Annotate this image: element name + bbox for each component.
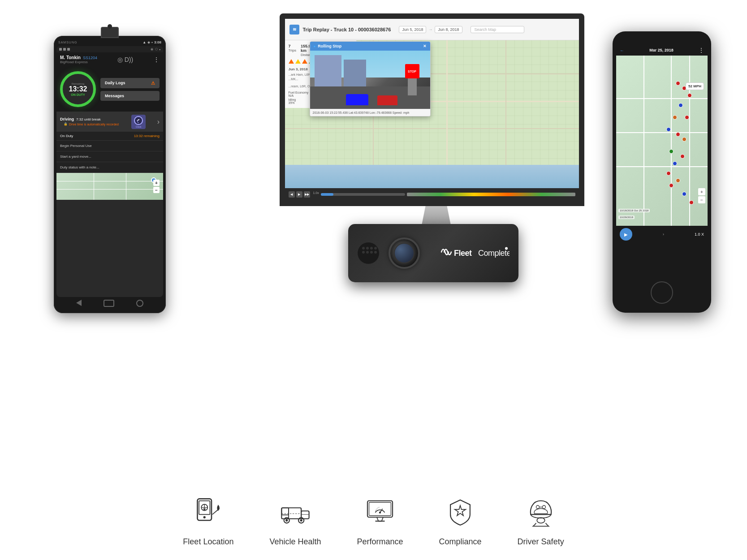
home-button[interactable]: [651, 281, 673, 304]
phone-clamp: [101, 27, 119, 38]
zoom-out-button[interactable]: −: [153, 187, 160, 193]
signal-icon: ◈: [147, 40, 150, 44]
speaker-grille: [358, 242, 379, 258]
playback-speed: 1.0 X: [695, 232, 704, 237]
map-road: [126, 173, 126, 200]
map-pin: [685, 115, 689, 120]
svg-rect-8: [281, 508, 301, 519]
clock-label: Clock: [136, 125, 142, 128]
menu-item[interactable]: Start a yard move...: [56, 151, 163, 162]
desktop-screen: ≋ Trip Replay - Truck 10 - 000036028676 …: [280, 13, 584, 206]
play-button[interactable]: ▶: [296, 191, 302, 198]
map-pin: [666, 171, 671, 176]
performance-item: Performance: [357, 495, 403, 547]
sign-post: [408, 78, 417, 95]
main-container: ≋ Trip Replay - Truck 10 - 000036028676 …: [0, 0, 747, 560]
map-road: [671, 56, 672, 226]
date-range: Jun 5, 2018 → Jun 8, 2018: [399, 26, 462, 33]
auto-record-text: Drive time is automatically recorded: [69, 123, 119, 126]
stop-sign: STOP: [405, 64, 419, 78]
date-to[interactable]: Jun 8, 2018: [435, 26, 462, 33]
camera-body: Fleet Complete: [348, 224, 518, 282]
date-label: 10/28/2018: [618, 215, 635, 219]
map-pin: [676, 178, 680, 183]
back-nav-button[interactable]: [76, 300, 82, 306]
notification-bar: ◉ ⬡ ▪: [56, 46, 163, 52]
fleet-location-icon: [190, 495, 226, 530]
camera-brand: Fleet Complete: [438, 243, 510, 263]
back-button[interactable]: ←: [620, 48, 624, 53]
menu-item[interactable]: Begin Personal Use: [56, 141, 163, 151]
vehicle-health-label: Vehicle Health: [269, 537, 321, 547]
play-button[interactable]: ▶: [620, 228, 632, 241]
timeline-progress[interactable]: [321, 193, 405, 196]
map-pin: [678, 103, 683, 108]
camera-lens: [389, 237, 420, 269]
compliance-icon: [442, 495, 478, 530]
messages-button[interactable]: Messages: [100, 91, 160, 101]
timeline-track[interactable]: [407, 193, 575, 196]
driver-safety-item: Driver Safety: [518, 495, 564, 547]
alert-icon: [302, 59, 307, 64]
dashcam-popup: ● Rolling Stop ✕ STOP: [310, 41, 431, 116]
more-options-button[interactable]: ⋮: [699, 47, 704, 53]
driver-info: M. Tonkin SS1204 BigRoad Express: [60, 55, 97, 64]
iphone-device: ← Mar 25, 2018 ⋮: [613, 31, 711, 313]
eld-status-area: Remaining 13:32 ON DUTY Daily Logs ⚠ Mes…: [56, 67, 163, 112]
vehicle-health-svg: [280, 497, 311, 528]
svg-point-25: [542, 505, 545, 508]
map-pin: [687, 93, 692, 98]
time-remaining: 13:32: [69, 85, 87, 93]
zoom-in-button[interactable]: +: [153, 180, 160, 186]
app-logo: ≋: [289, 25, 299, 34]
car: [377, 95, 397, 105]
progress-fill: [321, 193, 333, 196]
map-pin: [682, 137, 687, 142]
map-pin: [666, 127, 671, 132]
driver-header: M. Tonkin SS1204 BigRoad Express ◎ D)) ⋮: [56, 52, 163, 67]
performance-icon: [362, 495, 398, 530]
prev-button[interactable]: ◀: [289, 191, 295, 198]
bluetooth-icon: ⬡: [155, 47, 158, 51]
daily-logs-button[interactable]: Daily Logs ⚠: [100, 78, 160, 88]
popup-close[interactable]: ✕: [423, 44, 427, 48]
map-pin: [673, 161, 677, 166]
menu-item[interactable]: Duty status with a note...: [56, 162, 163, 173]
driving-status-bar: Driving 7:32 until break 🔒 Drive time is…: [56, 112, 163, 132]
svg-point-21: [379, 512, 381, 513]
map-pin: [682, 192, 687, 196]
next-button[interactable]: ▶▶: [304, 191, 310, 198]
zoom-in-button[interactable]: +: [698, 188, 705, 195]
zoom-controls: + −: [153, 180, 160, 193]
zoom-controls: + −: [698, 188, 705, 203]
mini-map: + −: [56, 173, 163, 200]
driver-name-row: M. Tonkin SS1204: [60, 55, 97, 60]
phone-body: SAMSUNG ▲ ◈ ▪ 3:08: [54, 36, 166, 313]
speaker-hole: [362, 247, 365, 250]
popup-title: Rolling Stop: [318, 44, 341, 48]
truck-id: SS1204: [83, 56, 97, 60]
speed-value: 52: [688, 84, 692, 88]
clock-time: 3:08: [154, 40, 161, 44]
wifi-icon: ▲: [142, 40, 146, 44]
speaker-hole: [366, 251, 369, 254]
clock-widget[interactable]: Clock: [131, 115, 146, 129]
app-title: Trip Replay - Truck 10 - 000036028676: [303, 27, 391, 32]
zoom-out-button[interactable]: −: [698, 196, 705, 203]
map-road: [56, 189, 163, 190]
date-label: 10/18/2018 Oct 25 2018: [618, 209, 650, 212]
driving-label: Driving: [60, 117, 74, 121]
home-nav-button[interactable]: [104, 300, 114, 307]
notif-icon: [63, 48, 66, 51]
search-input[interactable]: Search Map: [471, 26, 524, 33]
more-options-icon[interactable]: ⋮: [153, 56, 160, 63]
recents-nav-button[interactable]: [136, 300, 143, 307]
svg-text:Fleet: Fleet: [454, 249, 472, 258]
map-pin: [689, 200, 694, 205]
trips-stat: 7 Trips: [289, 44, 296, 57]
playback-arrow: ›: [663, 232, 664, 237]
date-from[interactable]: Jun 5, 2018: [399, 26, 426, 33]
duty-status-label: ON DUTY: [71, 93, 85, 96]
break-time: 7:32 until break: [76, 117, 101, 121]
notif-icon: [67, 48, 70, 51]
